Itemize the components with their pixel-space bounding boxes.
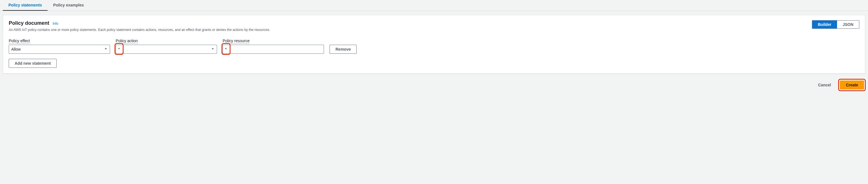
builder-toggle[interactable]: Builder [812,21,837,28]
policy-action-label: Policy action [116,38,138,43]
remove-button[interactable]: Remove [330,45,356,54]
panel-title: Policy document [9,20,49,26]
info-link[interactable]: Info [53,22,58,26]
policy-action-select[interactable]: * [116,45,217,54]
policy-action-value: * [116,46,217,53]
add-new-statement-button[interactable]: Add new statement [9,59,57,68]
policy-resource-input-wrap[interactable] [223,45,324,54]
cancel-button[interactable]: Cancel [812,81,836,89]
tab-policy-statements[interactable]: Policy statements [3,0,48,11]
policy-resource-label: Policy resource [223,38,250,43]
policy-effect-value: Allow [9,46,110,53]
view-toggle: Builder JSON [812,20,859,29]
json-toggle[interactable]: JSON [837,21,859,28]
policy-effect-label: Policy effect [9,38,30,43]
create-button[interactable]: Create [840,81,864,89]
tabs-bar: Policy statements Policy examples [0,0,868,11]
policy-resource-input[interactable] [225,47,321,52]
tab-policy-examples[interactable]: Policy examples [48,0,90,11]
policy-document-panel: Policy document Info An AWS IoT policy c… [3,15,865,74]
footer-actions: Cancel Create [0,74,868,92]
policy-effect-select[interactable]: Allow [9,45,110,54]
panel-description: An AWS IoT policy contains one or more p… [9,28,812,32]
